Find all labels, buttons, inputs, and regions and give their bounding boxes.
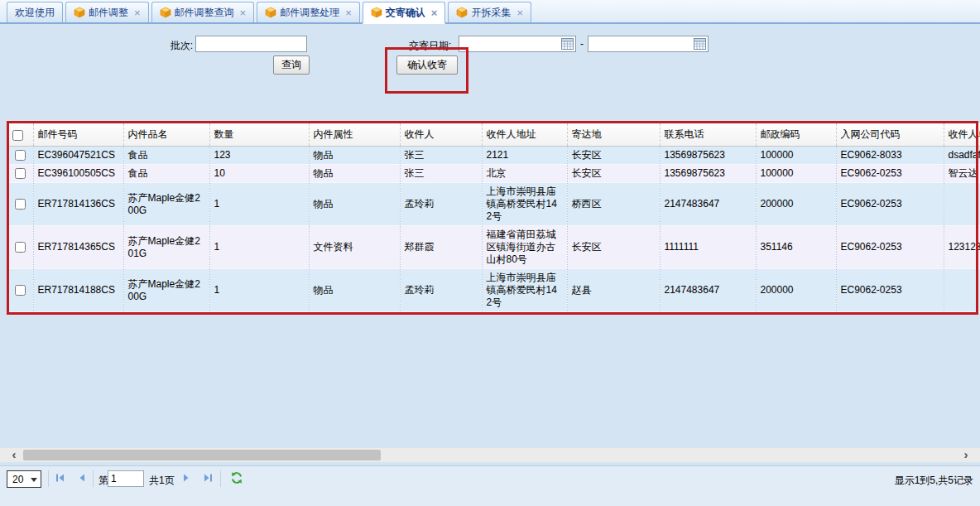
app-root: { "tabs": [ { "label": "欢迎使用", "active":…	[0, 0, 980, 506]
close-icon[interactable]: ×	[431, 7, 438, 19]
package-icon	[160, 7, 171, 18]
col-recipient-unit: 收件人单	[944, 123, 980, 147]
col-quantity: 数量	[209, 123, 309, 147]
close-icon[interactable]: ×	[240, 7, 247, 19]
tab-delivery-confirm[interactable]: 交寄确认 ×	[363, 2, 446, 24]
cell: EC9062-0253	[836, 165, 944, 183]
col-recipient: 收件人	[400, 123, 482, 147]
tab-mail-adjust-process[interactable]: 邮件调整处理 ×	[257, 2, 360, 22]
col-content-attr: 内件属性	[309, 123, 400, 147]
cell: EC396100505CS	[33, 165, 123, 183]
cell: 苏产Maple金健200G	[123, 269, 209, 312]
tab-mail-adjust[interactable]: 邮件调整 ×	[65, 2, 149, 22]
tab-label: 交寄确认	[386, 6, 425, 20]
close-icon[interactable]: ×	[516, 7, 523, 19]
first-page-icon[interactable]	[55, 472, 66, 484]
scroll-right-icon[interactable]: ›	[958, 448, 973, 462]
records-status: 显示1到5,共5记录	[895, 474, 973, 488]
cell: ER717814365CS	[33, 226, 123, 269]
pager-separator	[93, 470, 94, 487]
pager-separator	[48, 470, 49, 487]
date-from-input[interactable]	[459, 36, 559, 51]
cell: ER717814188CS	[33, 269, 123, 312]
cell	[944, 183, 980, 226]
cell: 孟玲莉	[400, 269, 482, 312]
cell: 1	[209, 226, 309, 269]
cell: 智云达	[944, 165, 980, 183]
package-icon	[456, 7, 468, 18]
table-row[interactable]: EC396047521CS 食品 123 物品 张三 2121 长安区 1356…	[8, 147, 980, 165]
table-row[interactable]: EC396100505CS 食品 10 物品 张三 北京 长安区 1356987…	[8, 165, 980, 183]
col-mail-number: 邮件号码	[33, 123, 123, 147]
tab-welcome[interactable]: 欢迎使用	[7, 2, 63, 22]
close-icon[interactable]: ×	[345, 7, 352, 19]
table-row[interactable]: ER717814188CS 苏产Maple金健200G 1 物品 孟玲莉 上海市…	[8, 269, 980, 312]
close-icon[interactable]: ×	[134, 7, 141, 19]
cell: 张三	[400, 165, 482, 183]
scrollbar-thumb[interactable]	[23, 450, 381, 460]
calendar-icon[interactable]	[694, 38, 706, 50]
tab-label: 欢迎使用	[15, 6, 55, 20]
cell: 100000	[756, 147, 836, 165]
cell: 13569875623	[660, 147, 756, 165]
last-page-icon[interactable]	[202, 472, 214, 484]
page-size-select[interactable]: 20	[7, 470, 41, 488]
tab-label: 邮件调整查询	[175, 6, 234, 20]
cell: 123	[209, 147, 309, 165]
query-button[interactable]: 查询	[273, 55, 310, 75]
cell: 福建省莆田荔城区镇海街道办古山村80号	[482, 226, 567, 269]
table-row[interactable]: ER717814136CS 苏产Maple金健200G 1 物品 孟玲莉 上海市…	[8, 183, 980, 226]
page-number-input[interactable]	[108, 470, 144, 487]
cell: 食品	[123, 147, 209, 165]
cell: 物品	[309, 269, 400, 312]
select-all-checkbox[interactable]	[12, 130, 23, 141]
cell: 苏产Maple金健201G	[123, 226, 209, 269]
tab-open-collect[interactable]: 开拆采集 ×	[448, 2, 531, 22]
cell: EC9062-0253	[836, 183, 944, 226]
cell: 2121	[482, 147, 567, 165]
horizontal-scrollbar[interactable]: ‹ ›	[0, 448, 980, 462]
cell: 1	[209, 269, 309, 312]
date-range-separator: -	[580, 38, 584, 50]
col-postcode: 邮政编码	[756, 123, 836, 147]
cell: 赵县	[567, 269, 660, 312]
mail-table: 邮件号码 内件品名 数量 内件属性 收件人 收件人地址 寄达地 联系电话 邮政编…	[8, 123, 980, 312]
cell: 长安区	[567, 165, 660, 183]
tab-mail-adjust-query[interactable]: 邮件调整查询 ×	[151, 2, 255, 22]
cell: 长安区	[567, 226, 660, 269]
row-checkbox[interactable]	[15, 168, 26, 179]
cell: 200000	[756, 183, 836, 226]
data-grid: 邮件号码 内件品名 数量 内件属性 收件人 收件人地址 寄达地 联系电话 邮政编…	[8, 123, 980, 313]
prev-page-icon[interactable]	[76, 472, 88, 484]
batch-label: 批次:	[163, 39, 193, 53]
cell: EC9062-0253	[836, 226, 944, 269]
date-from-field	[459, 36, 576, 52]
cell: 物品	[309, 147, 400, 165]
col-company-code: 入网公司代码	[836, 123, 944, 147]
next-page-icon[interactable]	[180, 472, 192, 484]
cell: 北京	[482, 165, 567, 183]
scroll-left-icon[interactable]: ‹	[7, 448, 22, 462]
package-icon	[371, 7, 382, 18]
row-checkbox[interactable]	[15, 285, 26, 296]
date-to-input[interactable]	[588, 36, 691, 51]
cell: 1111111	[660, 226, 756, 269]
table-row[interactable]: ER717814365CS 苏产Maple金健201G 1 文件资料 郑群霞 福…	[8, 226, 980, 269]
calendar-icon[interactable]	[561, 38, 574, 50]
cell: 13569875623	[660, 165, 756, 183]
tab-label: 开拆采集	[471, 6, 511, 20]
row-checkbox[interactable]	[15, 242, 26, 253]
table-header-row: 邮件号码 内件品名 数量 内件属性 收件人 收件人地址 寄达地 联系电话 邮政编…	[8, 123, 980, 147]
col-content-name: 内件品名	[123, 123, 209, 147]
refresh-icon[interactable]	[230, 471, 243, 484]
cell: 2147483647	[660, 183, 756, 226]
batch-input[interactable]	[195, 36, 307, 52]
row-checkbox[interactable]	[15, 150, 26, 161]
cell: 10	[209, 165, 309, 183]
cell: EC9062-8033	[836, 147, 944, 165]
cell: 物品	[309, 183, 400, 226]
row-checkbox[interactable]	[15, 199, 26, 210]
delivery-date-label: 交寄日期:	[409, 39, 451, 53]
confirm-receipt-button[interactable]: 确认收寄	[396, 55, 458, 75]
cell: 张三	[400, 147, 482, 165]
